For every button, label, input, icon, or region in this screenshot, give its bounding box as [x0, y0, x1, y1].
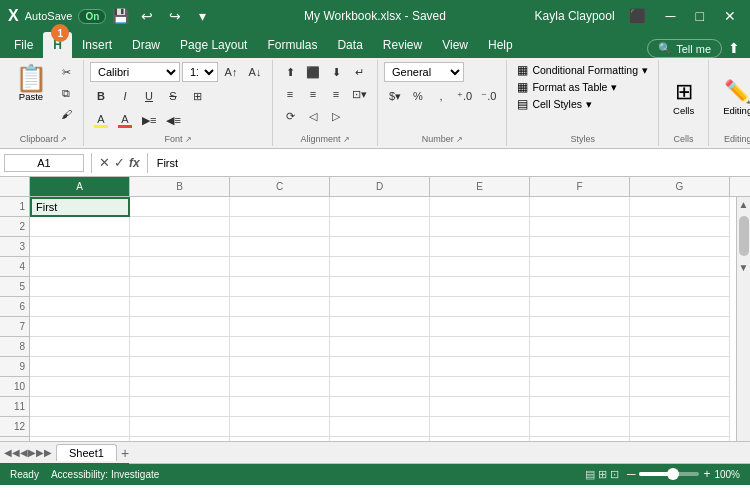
scroll-up-arrow[interactable]: ▲ — [737, 197, 750, 212]
row-header-12[interactable]: 12 — [0, 417, 29, 437]
cell-b13[interactable] — [130, 437, 230, 441]
scroll-sheets-left-button[interactable]: ◀ — [20, 447, 28, 458]
cell-e1[interactable] — [430, 197, 530, 217]
col-header-d[interactable]: D — [330, 177, 430, 196]
row-header-2[interactable]: 2 — [0, 217, 29, 237]
cell-g3[interactable] — [630, 237, 730, 257]
cell-a9[interactable] — [30, 357, 130, 377]
format-as-table-button[interactable]: ▦ Format as Table ▾ — [513, 79, 621, 95]
top-align-button[interactable]: ⬆ — [279, 62, 301, 82]
cell-b7[interactable] — [130, 317, 230, 337]
tab-review[interactable]: Review — [373, 32, 432, 58]
format-painter-button[interactable]: 🖌 — [55, 104, 77, 124]
cell-f11[interactable] — [530, 397, 630, 417]
cells-button[interactable]: ⊞ Cells — [665, 75, 702, 120]
cell-c5[interactable] — [230, 277, 330, 297]
cell-e10[interactable] — [430, 377, 530, 397]
tab-page-layout[interactable]: Page Layout — [170, 32, 257, 58]
cell-c7[interactable] — [230, 317, 330, 337]
row-header-5[interactable]: 5 — [0, 277, 29, 297]
cell-c2[interactable] — [230, 217, 330, 237]
normal-view-button[interactable]: ▤ — [585, 468, 595, 481]
copy-button[interactable]: ⧉ — [55, 83, 77, 103]
fill-color-button[interactable]: A — [90, 110, 112, 130]
redo-button[interactable]: ↪ — [163, 6, 187, 26]
cell-g1[interactable] — [630, 197, 730, 217]
cell-c11[interactable] — [230, 397, 330, 417]
cell-a12[interactable] — [30, 417, 130, 437]
cell-b6[interactable] — [130, 297, 230, 317]
wrap-text-button[interactable]: ↵ — [348, 62, 370, 82]
cancel-icon[interactable]: ✕ — [99, 155, 110, 170]
cell-a1[interactable]: First — [30, 197, 130, 217]
cell-e8[interactable] — [430, 337, 530, 357]
conditional-formatting-button[interactable]: ▦ Conditional Formatting ▾ — [513, 62, 652, 78]
decrease-decimal-button[interactable]: ⁻.0 — [477, 86, 500, 106]
col-header-a[interactable]: A — [30, 177, 130, 196]
col-header-c[interactable]: C — [230, 177, 330, 196]
row-header-9[interactable]: 9 — [0, 357, 29, 377]
cell-g9[interactable] — [630, 357, 730, 377]
cell-b10[interactable] — [130, 377, 230, 397]
cell-e4[interactable] — [430, 257, 530, 277]
tab-help[interactable]: Help — [478, 32, 523, 58]
borders-button[interactable]: ⊞ — [186, 86, 208, 106]
cell-d13[interactable] — [330, 437, 430, 441]
strikethrough-button[interactable]: S — [162, 86, 184, 106]
decrease-indent-btn2[interactable]: ◁ — [302, 106, 324, 126]
cell-d3[interactable] — [330, 237, 430, 257]
cell-b12[interactable] — [130, 417, 230, 437]
cell-g13[interactable] — [630, 437, 730, 441]
cell-b5[interactable] — [130, 277, 230, 297]
row-header-11[interactable]: 11 — [0, 397, 29, 417]
tab-view[interactable]: View — [432, 32, 478, 58]
cell-c3[interactable] — [230, 237, 330, 257]
left-align-button[interactable]: ≡ — [279, 84, 301, 104]
cell-d2[interactable] — [330, 217, 430, 237]
alignment-expand-icon[interactable]: ↗ — [343, 135, 350, 144]
page-break-view-button[interactable]: ⊡ — [610, 468, 619, 481]
cell-a10[interactable] — [30, 377, 130, 397]
cell-a8[interactable] — [30, 337, 130, 357]
cell-c1[interactable] — [230, 197, 330, 217]
close-button[interactable]: ✕ — [718, 6, 742, 26]
cell-a13[interactable] — [30, 437, 130, 441]
row-header-8[interactable]: 8 — [0, 337, 29, 357]
cell-g12[interactable] — [630, 417, 730, 437]
increase-indent-btn2[interactable]: ▷ — [325, 106, 347, 126]
cell-g7[interactable] — [630, 317, 730, 337]
cell-c12[interactable] — [230, 417, 330, 437]
row-header-1[interactable]: 1 — [0, 197, 29, 217]
cell-b2[interactable] — [130, 217, 230, 237]
cell-c9[interactable] — [230, 357, 330, 377]
cell-d1[interactable] — [330, 197, 430, 217]
paste-button[interactable]: 📋 Paste — [10, 62, 52, 105]
cell-e7[interactable] — [430, 317, 530, 337]
cell-e3[interactable] — [430, 237, 530, 257]
col-header-b[interactable]: B — [130, 177, 230, 196]
number-format-select[interactable]: General — [384, 62, 464, 82]
row-header-6[interactable]: 6 — [0, 297, 29, 317]
col-header-e[interactable]: E — [430, 177, 530, 196]
tab-home[interactable]: H 1 — [43, 32, 72, 58]
row-header-3[interactable]: 3 — [0, 237, 29, 257]
cell-f3[interactable] — [530, 237, 630, 257]
number-expand-icon[interactable]: ↗ — [456, 135, 463, 144]
cell-e6[interactable] — [430, 297, 530, 317]
right-align-button[interactable]: ≡ — [325, 84, 347, 104]
cell-g5[interactable] — [630, 277, 730, 297]
currency-button[interactable]: $▾ — [384, 86, 406, 106]
cell-a4[interactable] — [30, 257, 130, 277]
maximize-button[interactable]: □ — [690, 6, 710, 26]
increase-font-button[interactable]: A↑ — [220, 62, 242, 82]
formula-input[interactable] — [151, 155, 750, 171]
cell-f5[interactable] — [530, 277, 630, 297]
col-header-g[interactable]: G — [630, 177, 730, 196]
cell-a3[interactable] — [30, 237, 130, 257]
cell-a6[interactable] — [30, 297, 130, 317]
editing-button[interactable]: ✏️ Editing — [715, 75, 750, 120]
cell-a11[interactable] — [30, 397, 130, 417]
cell-f4[interactable] — [530, 257, 630, 277]
share-button[interactable]: ⬆ — [722, 38, 746, 58]
decrease-font-button[interactable]: A↓ — [244, 62, 266, 82]
